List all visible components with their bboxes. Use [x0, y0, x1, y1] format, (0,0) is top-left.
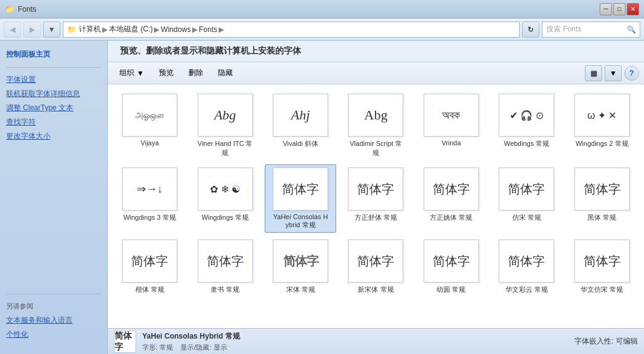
minimize-button[interactable]: ─ — [600, 3, 612, 15]
font-icon-content: 简体字 — [280, 179, 321, 200]
font-name: 幼圆 常规 — [437, 285, 465, 294]
sidebar-link-online-info[interactable]: 联机获取字体详细信息 — [0, 87, 107, 101]
font-item[interactable]: AbgViner Hand ITC 常规 — [189, 91, 260, 161]
dropdown-button[interactable]: ▼ — [43, 22, 60, 38]
address-field[interactable]: 📁 计算机 ▶ 本地磁盘 (C:) ▶ Windows ▶ Fonts ▶ — [63, 22, 520, 38]
font-icon-content: அஓஔ — [133, 108, 166, 123]
breadcrumb: 计算机 ▶ 本地磁盘 (C:) ▶ Windows ▶ Fonts ▶ — [79, 24, 224, 34]
font-item[interactable]: 简体字YaHei Consolas Hybrid 常规 — [265, 164, 336, 233]
organize-label: 组织 — [119, 68, 134, 78]
view-dropdown-button[interactable]: ▼ — [605, 65, 622, 81]
info-text: 预览、删除或者显示和隐藏计算机上安装的字体 — [120, 46, 301, 55]
address-icon: 📁 — [67, 25, 76, 34]
font-name: 黑体 常规 — [587, 213, 616, 222]
status-style: 字形: 常规 显示/隐藏: 显示 — [142, 343, 240, 352]
sidebar-link-font-settings[interactable]: 字体设置 — [0, 73, 107, 87]
sidebar-section-title[interactable]: 控制面板主页 — [0, 47, 107, 62]
info-bar: 预览、删除或者显示和隐藏计算机上安装的字体 — [108, 41, 644, 62]
font-name: YaHei Consolas Hybrid 常规 — [273, 213, 328, 230]
show-value: 显示 — [214, 344, 227, 351]
sidebar-link-text-service[interactable]: 文本服务和输入语言 — [0, 313, 107, 328]
font-item[interactable]: 简体字隶书 常规 — [189, 236, 260, 297]
font-icon: ✔ 🎧 ⊙ — [499, 94, 554, 137]
font-item[interactable]: 简体字仿宋 常规 — [491, 164, 562, 233]
font-item[interactable]: AbgVladimir Script 常规 — [340, 91, 411, 161]
font-name: 新宋体 常规 — [358, 285, 393, 294]
font-icon: அஓஔ — [122, 94, 177, 137]
font-item[interactable]: 简体字幼圆 常规 — [416, 236, 487, 297]
status-preview-text: 简体字 — [115, 331, 135, 353]
status-right: 字体嵌入性: 可编辑 — [574, 336, 638, 347]
sidebar-divider-2 — [6, 294, 101, 294]
font-icon: 简体字 — [198, 239, 253, 283]
sidebar-link-cleartype[interactable]: 调整 ClearType 文本 — [0, 101, 107, 115]
font-grid-container[interactable]: அஓஔVijayaAbgViner Hand ITC 常规AhjVivaldi … — [108, 84, 644, 328]
font-item[interactable]: 简体字宋体 常规 — [265, 236, 336, 297]
font-item[interactable]: 简体字方正舒体 常规 — [340, 164, 411, 233]
font-item[interactable]: ω ✦ ✕Wingdings 2 常规 — [566, 91, 638, 161]
font-icon-content: ⇒→↓ — [134, 180, 165, 198]
font-item[interactable]: 简体字黑体 常规 — [566, 164, 638, 233]
font-icon-content: Ahj — [289, 105, 313, 126]
font-name: 华文仿宋 常规 — [581, 285, 623, 294]
font-item[interactable]: ✔ 🎧 ⊙Webdings 常规 — [491, 91, 562, 161]
sidebar-link-font-size[interactable]: 更改字体大小 — [0, 129, 107, 143]
font-name: Vladimir Script 常规 — [348, 139, 403, 158]
font-icon-content: ✿ ❄ ☯ — [207, 181, 243, 198]
delete-button[interactable]: 删除 — [182, 65, 210, 82]
font-icon: অবক — [424, 94, 479, 137]
font-icon: 简体字 — [424, 239, 479, 283]
font-item[interactable]: ⇒→↓Wingdings 3 常规 — [114, 164, 185, 233]
font-name: 宋体 常规 — [286, 285, 315, 294]
organize-dropdown-icon: ▼ — [137, 69, 144, 78]
preview-button[interactable]: 预览 — [152, 65, 180, 82]
font-icon: 简体字 — [273, 239, 328, 283]
main-container: 控制面板主页 字体设置 联机获取字体详细信息 调整 ClearType 文本 查… — [0, 41, 644, 354]
font-grid: அஓஔVijayaAbgViner Hand ITC 常规AhjVivaldi … — [114, 91, 638, 297]
font-item[interactable]: ✿ ❄ ☯Wingdings 常规 — [189, 164, 260, 233]
hide-button[interactable]: 隐藏 — [211, 65, 239, 82]
view-button[interactable]: ▦ — [585, 65, 602, 81]
status-info: YaHei Consolas Hybrid 常规 字形: 常规 显示/隐藏: 显… — [142, 331, 240, 352]
font-icon: 简体字 — [122, 239, 177, 283]
close-button[interactable]: ✕ — [627, 3, 639, 15]
help-button[interactable]: ? — [624, 66, 639, 81]
font-name: Viner Hand ITC 常规 — [198, 139, 253, 158]
font-icon-content: 简体字 — [430, 251, 472, 272]
sidebar-link-personalize[interactable]: 个性化 — [0, 328, 107, 342]
preview-label: 预览 — [159, 68, 174, 78]
embed-label: 字体嵌入性: — [574, 337, 613, 345]
maximize-button[interactable]: □ — [613, 3, 626, 15]
font-item[interactable]: 简体字方正姚体 常规 — [416, 164, 487, 233]
font-icon: 简体字 — [273, 167, 328, 211]
font-name: Vivaldi 斜体 — [283, 139, 318, 148]
font-icon-content: Abg — [362, 105, 390, 126]
forward-button[interactable]: ▶ — [23, 22, 41, 38]
font-name: 华文彩云 常规 — [505, 285, 548, 294]
font-item[interactable]: 简体字新宋体 常规 — [340, 236, 411, 297]
organize-button[interactable]: 组织 ▼ — [113, 65, 151, 82]
font-item[interactable]: 简体字华文彩云 常规 — [491, 236, 562, 297]
font-item[interactable]: 简体字楷体 常规 — [114, 236, 185, 297]
search-box[interactable]: 搜索 Fonts 🔍 — [542, 22, 640, 38]
breadcrumb-item-3: Windows — [161, 25, 191, 34]
font-icon: 简体字 — [424, 167, 479, 211]
font-item[interactable]: AhjVivaldi 斜体 — [265, 91, 336, 161]
font-icon: ⇒→↓ — [122, 167, 177, 211]
breadcrumb-item-4: Fonts — [199, 25, 217, 34]
sidebar-link-find-char[interactable]: 查找字符 — [0, 115, 107, 129]
status-font-name: YaHei Consolas Hybrid 常规 — [142, 331, 240, 342]
font-icon-content: 简体字 — [505, 179, 547, 200]
font-name: Webdings 常规 — [504, 139, 549, 148]
font-item[interactable]: 简体字华文仿宋 常规 — [566, 236, 638, 297]
font-name: 楷体 常规 — [135, 285, 164, 294]
status-bar: 简体字 YaHei Consolas Hybrid 常规 字形: 常规 显示/隐… — [108, 328, 644, 354]
refresh-button[interactable]: ↻ — [522, 22, 539, 38]
font-item[interactable]: অবকVrinda — [416, 91, 487, 161]
font-item[interactable]: அஓஔVijaya — [114, 91, 185, 161]
delete-label: 删除 — [188, 68, 203, 78]
back-button[interactable]: ◀ — [4, 22, 21, 38]
font-name: 隶书 常规 — [211, 285, 239, 294]
toolbar-right: ▦ ▼ ? — [585, 65, 639, 81]
font-icon-content: 简体字 — [430, 179, 472, 200]
